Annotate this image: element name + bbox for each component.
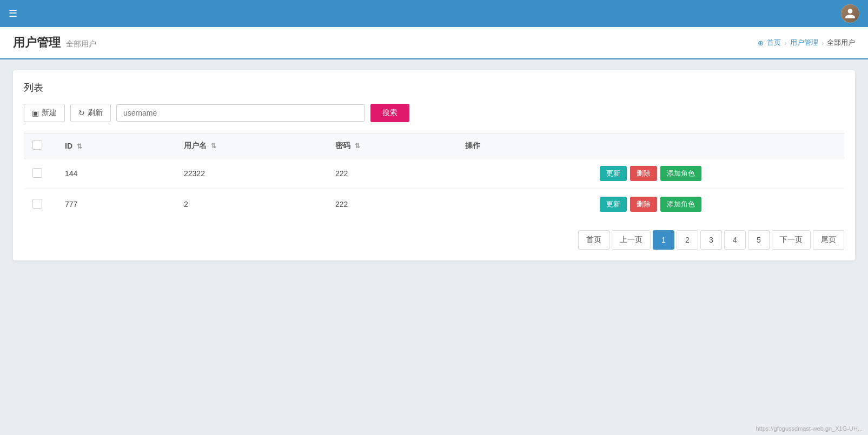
- home-icon: ⊕: [758, 39, 764, 47]
- hamburger-icon[interactable]: ☰: [9, 8, 17, 19]
- delete-button[interactable]: 删除: [630, 197, 657, 212]
- refresh-button[interactable]: ↻ 刷新: [70, 104, 111, 122]
- update-button[interactable]: 更新: [600, 197, 627, 212]
- row-id-cell: 144: [56, 158, 175, 189]
- top-navigation: ☰: [0, 0, 868, 27]
- avatar[interactable]: [841, 4, 859, 23]
- add-role-button[interactable]: 添加角色: [660, 166, 701, 181]
- breadcrumb-sep-1: ›: [784, 39, 786, 47]
- list-card: 列表 ▣ 新建 ↻ 刷新 搜索 ID: [13, 70, 855, 260]
- data-table: ID ⇅ 用户名 ⇅ 密码 ⇅ 操作: [24, 133, 844, 219]
- update-button[interactable]: 更新: [600, 166, 627, 181]
- new-button[interactable]: ▣ 新建: [24, 104, 65, 122]
- pagination-page-5[interactable]: 5: [748, 230, 770, 250]
- th-action: 操作: [456, 133, 844, 158]
- row-checkbox-1[interactable]: [32, 199, 42, 209]
- breadcrumb-parent-link[interactable]: 用户管理: [790, 38, 818, 48]
- pagination-next[interactable]: 下一页: [772, 230, 811, 250]
- page-header: 用户管理 全部用户 ⊕ 首页 › 用户管理 › 全部用户: [0, 27, 868, 59]
- refresh-icon: ↻: [78, 109, 85, 117]
- pagination-area: 首页 上一页 1 2 3 4 5 下一页 尾页: [24, 230, 844, 250]
- search-input[interactable]: [116, 104, 365, 122]
- pagination-first[interactable]: 首页: [578, 230, 609, 250]
- th-password: 密码 ⇅: [327, 133, 456, 158]
- password-sort-icon[interactable]: ⇅: [355, 142, 360, 150]
- id-sort-icon[interactable]: ⇅: [77, 143, 82, 150]
- breadcrumb-current: 全部用户: [827, 38, 855, 48]
- password-column-label: 密码: [335, 141, 350, 150]
- row-checkbox-0[interactable]: [32, 168, 42, 178]
- action-column-label: 操作: [465, 141, 480, 150]
- pagination-page-4[interactable]: 4: [724, 230, 746, 250]
- row-action-cell: 更新 删除 添加角色: [456, 158, 844, 189]
- breadcrumb-home-link[interactable]: 首页: [767, 38, 781, 48]
- table-row: 144 22322 222 更新 删除 添加角色: [24, 158, 844, 189]
- user-avatar-icon: [844, 8, 856, 19]
- breadcrumb: ⊕ 首页 › 用户管理 › 全部用户: [758, 38, 855, 48]
- row-username-cell: 22322: [175, 158, 327, 189]
- select-all-checkbox[interactable]: [32, 140, 42, 150]
- row-password-cell: 222: [327, 158, 456, 189]
- table-row: 777 2 222 更新 删除 添加角色: [24, 189, 844, 220]
- footer-url: https://gfogussdmast-web.gn_X1G-UH...: [756, 425, 863, 432]
- delete-button[interactable]: 删除: [630, 166, 657, 181]
- row-action-cell: 更新 删除 添加角色: [456, 189, 844, 220]
- add-role-button[interactable]: 添加角色: [660, 197, 701, 212]
- username-column-label: 用户名: [184, 141, 207, 150]
- pagination-last[interactable]: 尾页: [813, 230, 844, 250]
- pagination-prev[interactable]: 上一页: [612, 230, 651, 250]
- pagination-page-2[interactable]: 2: [677, 230, 698, 250]
- table-header-row: ID ⇅ 用户名 ⇅ 密码 ⇅ 操作: [24, 133, 844, 158]
- pagination: 首页 上一页 1 2 3 4 5 下一页 尾页: [578, 230, 844, 250]
- th-checkbox: [24, 133, 56, 158]
- th-id: ID ⇅: [56, 133, 175, 158]
- breadcrumb-sep-2: ›: [821, 39, 824, 47]
- search-button[interactable]: 搜索: [370, 104, 409, 122]
- row-checkbox-cell: [24, 189, 56, 220]
- row-username-cell: 2: [175, 189, 327, 220]
- row-id-cell: 777: [56, 189, 175, 220]
- card-title: 列表: [24, 81, 844, 94]
- main-content: 列表 ▣ 新建 ↻ 刷新 搜索 ID: [0, 59, 868, 271]
- th-username: 用户名 ⇅: [175, 133, 327, 158]
- page-title-area: 用户管理 全部用户: [13, 35, 96, 51]
- new-icon: ▣: [32, 109, 39, 117]
- pagination-page-3[interactable]: 3: [700, 230, 722, 250]
- pagination-page-1[interactable]: 1: [653, 230, 674, 250]
- username-sort-icon[interactable]: ⇅: [211, 142, 216, 150]
- new-label: 新建: [42, 108, 57, 118]
- page-subtitle: 全部用户: [66, 39, 96, 49]
- refresh-label: 刷新: [88, 108, 103, 118]
- row-checkbox-cell: [24, 158, 56, 189]
- id-column-label: ID: [65, 142, 72, 150]
- page-title: 用户管理: [13, 35, 61, 51]
- toolbar: ▣ 新建 ↻ 刷新 搜索: [24, 104, 844, 122]
- row-password-cell: 222: [327, 189, 456, 220]
